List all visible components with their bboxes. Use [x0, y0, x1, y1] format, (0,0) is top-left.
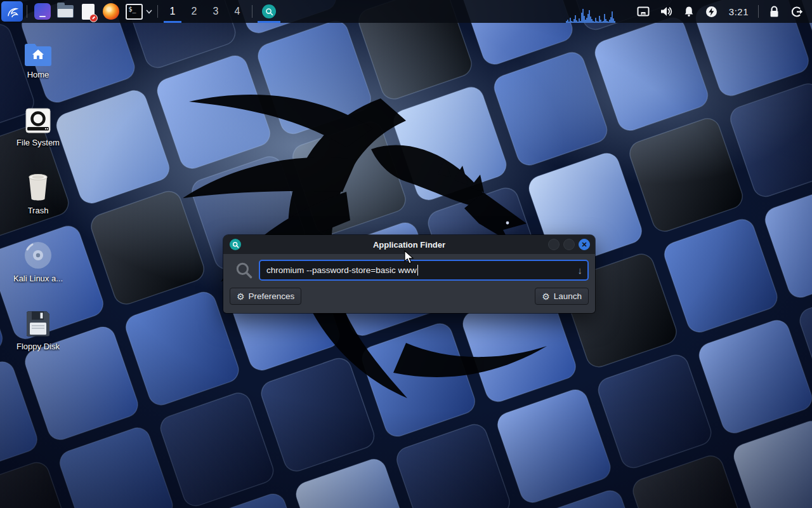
network-icon	[637, 6, 650, 17]
command-input[interactable]: chromium --password-store=basic www ↓	[259, 260, 589, 281]
logout-button[interactable]	[790, 0, 804, 23]
mouse-cursor	[404, 250, 415, 265]
power-manager-indicator[interactable]	[705, 0, 719, 23]
window-app-icon	[34, 3, 51, 20]
workspace-label: 3	[213, 6, 219, 17]
volume-icon	[660, 6, 672, 17]
bell-icon	[683, 6, 695, 17]
minimize-button[interactable]	[548, 239, 560, 250]
desktop-icon-label: File System	[16, 138, 60, 147]
preferences-button[interactable]: ⚙ Preferences	[230, 288, 301, 305]
panel-separator	[252, 5, 252, 18]
notifications-indicator[interactable]	[682, 0, 696, 23]
chevron-down-icon	[146, 10, 152, 14]
launcher-firefox[interactable]	[102, 2, 121, 21]
workspace-4[interactable]: 4	[228, 0, 247, 23]
search-icon	[232, 241, 239, 248]
home-folder-icon	[23, 42, 53, 66]
desktop-icon-home[interactable]: Home	[0, 30, 76, 98]
search-icon	[235, 261, 254, 280]
desktop-icon-trash[interactable]: Trash	[0, 166, 76, 234]
desktop-icon-kali-cd[interactable]: Kali Linux a...	[0, 234, 76, 302]
top-panel: $_ 1 2 3 4	[0, 0, 812, 23]
desktop-icon-file-system[interactable]: File System	[0, 98, 76, 166]
volume-indicator[interactable]	[659, 0, 673, 23]
launch-gear-icon: ⚙	[542, 292, 550, 301]
desktop-icon-list: Home File System Trash	[0, 30, 76, 370]
application-finder-window: Application Finder ✕ chromium --password…	[223, 235, 595, 313]
close-icon: ✕	[581, 241, 587, 248]
taskbar-application-finder[interactable]	[256, 0, 282, 23]
cdrom-disc-icon	[23, 241, 53, 270]
kali-menu-button[interactable]	[1, 1, 23, 22]
desktop-icon-label: Floppy Disk	[16, 342, 60, 351]
launcher-dropdown-arrow[interactable]	[146, 10, 152, 14]
desktop-icon-label: Trash	[28, 206, 49, 215]
launcher-terminal[interactable]: $_	[124, 2, 143, 21]
edit-badge-icon	[89, 14, 98, 22]
launcher-file-manager[interactable]	[56, 2, 75, 21]
launcher-app-window[interactable]	[33, 2, 52, 21]
panel-separator	[27, 5, 27, 18]
command-input-value: chromium --password-store=basic www	[266, 265, 417, 275]
window-title: Application Finder	[373, 240, 445, 250]
launcher-text-editor[interactable]	[79, 2, 98, 21]
workspace-label: 1	[170, 6, 176, 17]
firefox-icon	[103, 3, 119, 20]
terminal-icon: $_	[126, 4, 143, 20]
hard-disk-icon	[25, 107, 51, 134]
panel-separator	[157, 5, 158, 18]
kali-logo-icon	[4, 4, 20, 18]
close-button[interactable]: ✕	[579, 239, 590, 250]
panel-separator	[758, 5, 759, 18]
clock[interactable]: 3:21	[729, 6, 749, 17]
maximize-button[interactable]	[563, 239, 575, 250]
text-caret	[417, 265, 419, 276]
trash-icon	[25, 173, 51, 202]
launch-button[interactable]: ⚙ Launch	[535, 288, 589, 305]
app-finder-titlebar-icon	[230, 239, 241, 250]
desktop-icon-label: Kali Linux a...	[13, 274, 63, 283]
floppy-disk-icon	[25, 310, 51, 338]
workspace-3[interactable]: 3	[206, 0, 225, 23]
cpu-graph[interactable]	[566, 6, 615, 23]
document-icon	[82, 4, 95, 20]
gear-icon: ⚙	[237, 292, 245, 301]
app-finder-icon	[262, 4, 276, 18]
search-icon	[265, 8, 273, 16]
lock-screen-button[interactable]	[767, 0, 781, 23]
folder-icon	[57, 5, 74, 18]
workspace-2[interactable]: 2	[185, 0, 204, 23]
kali-desktop: $_ 1 2 3 4	[0, 0, 812, 508]
network-indicator[interactable]	[636, 0, 650, 23]
workspace-1[interactable]: 1	[163, 0, 182, 23]
logout-icon	[791, 6, 803, 18]
desktop-icon-label: Home	[27, 70, 49, 79]
desktop-icon-floppy[interactable]: Floppy Disk	[0, 302, 76, 370]
power-icon	[705, 6, 717, 18]
lock-icon	[769, 6, 780, 18]
workspace-label: 4	[235, 6, 240, 17]
dropdown-arrow-icon[interactable]: ↓	[578, 265, 583, 276]
launch-button-label: Launch	[554, 291, 582, 301]
workspace-label: 2	[192, 6, 197, 17]
preferences-button-label: Preferences	[249, 291, 295, 301]
